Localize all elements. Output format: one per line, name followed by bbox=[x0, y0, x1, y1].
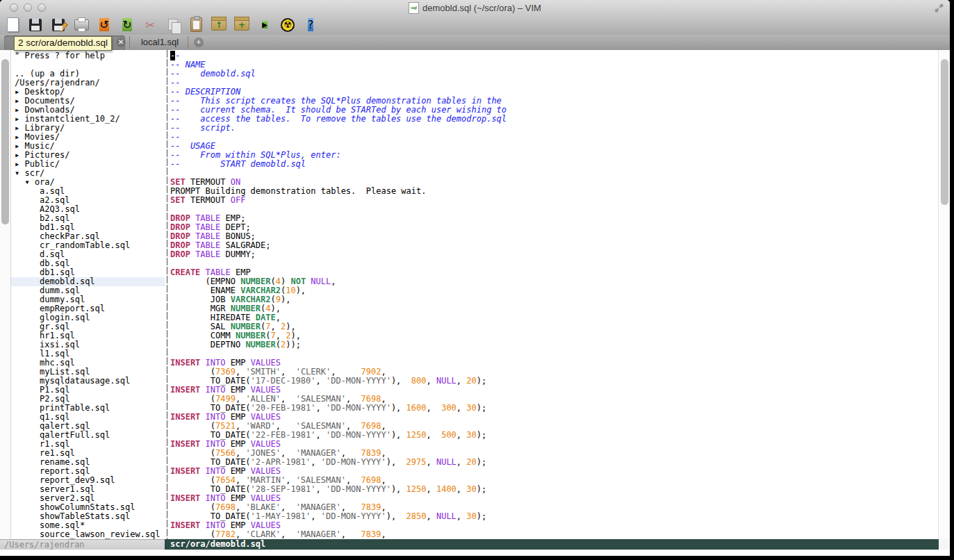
code-line[interactable]: TO_DATE('1-MAY-1981', 'DD-MON-YYYY'), 28… bbox=[170, 512, 939, 521]
save-session-button[interactable]: + bbox=[233, 17, 250, 33]
save-as-button[interactable] bbox=[50, 17, 67, 33]
code-line[interactable]: -- access the tables. To remove the tabl… bbox=[170, 115, 939, 124]
code-segment: -- NAME bbox=[170, 60, 206, 69]
tree-item[interactable]: " Press ? for help bbox=[15, 51, 165, 60]
tree-item[interactable]: source_lawson_review.sql bbox=[15, 530, 165, 539]
title-bar[interactable]: sql demobld.sql (~/scr/ora) – VIM bbox=[0, 0, 950, 15]
code-segment: INTO bbox=[206, 412, 226, 422]
code-line[interactable]: DROP TABLE DEPT; bbox=[170, 223, 939, 232]
code-segment: , bbox=[381, 367, 386, 377]
code-line[interactable]: DROP TABLE SALGRADE; bbox=[170, 241, 939, 250]
code-segment: DATE bbox=[256, 313, 276, 322]
code-line[interactable]: DROP TABLE BONUS; bbox=[170, 232, 939, 241]
cut-button[interactable]: ✂ bbox=[142, 17, 158, 33]
undo-button[interactable]: ↺ bbox=[96, 17, 113, 33]
vim-window: sql demobld.sql (~/scr/ora) – VIM ↺↻✂↑+▶… bbox=[0, 0, 950, 556]
code-segment: DROP bbox=[170, 231, 190, 241]
code-line[interactable] bbox=[170, 349, 939, 359]
code-segment: 7902 bbox=[361, 367, 381, 377]
save-button[interactable] bbox=[27, 17, 44, 33]
code-line[interactable]: -- START demobld.sql bbox=[170, 160, 939, 169]
undo-icon: ↺ bbox=[99, 18, 108, 31]
help-button[interactable]: ? bbox=[302, 17, 319, 33]
command-line[interactable] bbox=[0, 550, 950, 556]
code-segment: VARCHAR2 bbox=[240, 286, 281, 295]
code-segment: TO_DATE( bbox=[170, 457, 251, 467]
nerdtree-pane[interactable]: " Press ? for help.. (up a dir)/Users/ra… bbox=[11, 50, 165, 539]
new-file-button[interactable] bbox=[4, 17, 21, 33]
code-line[interactable]: TO_DATE('22-FEB-1981', 'DD-MON-YYYY'), 1… bbox=[170, 431, 939, 440]
code-segment: INSERT bbox=[170, 385, 200, 395]
load-session-button[interactable]: ↑ bbox=[211, 17, 227, 33]
code-line[interactable]: SET TERMOUT OFF bbox=[170, 196, 939, 205]
code-segment: 'MARTIN' bbox=[245, 475, 286, 485]
code-segment: NUMBER bbox=[231, 322, 261, 331]
tab-local1[interactable]: local1.sql bbox=[133, 37, 186, 47]
code-line[interactable] bbox=[170, 169, 939, 178]
code-segment: 9 bbox=[276, 295, 281, 304]
code-segment: TERMOUT bbox=[186, 177, 231, 187]
code-segment: 2975 bbox=[406, 457, 427, 467]
fullscreen-icon[interactable] bbox=[934, 3, 944, 13]
code-line[interactable]: -- bbox=[170, 133, 939, 142]
code-segment: EMP bbox=[226, 358, 251, 368]
code-segment: 1250 bbox=[406, 484, 427, 494]
editor-scrollbar-thumb[interactable] bbox=[941, 59, 948, 205]
code-segment: , bbox=[341, 448, 361, 458]
editor-scrollbar[interactable] bbox=[938, 50, 950, 539]
make-button[interactable]: ☢ bbox=[279, 17, 296, 33]
print-button[interactable] bbox=[73, 17, 90, 33]
code-line[interactable] bbox=[170, 205, 939, 214]
code-segment: , bbox=[346, 421, 361, 431]
paste-button[interactable] bbox=[188, 17, 204, 33]
code-line[interactable]: -- demobld.sql bbox=[170, 69, 939, 79]
code-segment: 'SALESMAN' bbox=[296, 394, 346, 404]
code-segment: ( bbox=[170, 421, 215, 431]
code-line[interactable]: DROP TABLE EMP; bbox=[170, 214, 939, 223]
code-segment: , bbox=[381, 421, 386, 431]
code-line[interactable]: -- bbox=[170, 51, 939, 60]
code-segment: ); bbox=[477, 403, 486, 413]
code-segment: , bbox=[281, 367, 296, 377]
code-segment: INTO bbox=[206, 439, 226, 449]
code-line[interactable]: PROMPT Building demonstration tables. Pl… bbox=[170, 187, 939, 196]
code-segment: NUMBER bbox=[240, 277, 270, 286]
tree-scrollbar-thumb[interactable] bbox=[1, 59, 9, 224]
code-line[interactable]: JOB VARCHAR2(9), bbox=[170, 295, 939, 304]
code-line[interactable]: (7782, 'CLARK', 'MANAGER', 7839, bbox=[170, 530, 939, 539]
code-segment: 'MANAGER' bbox=[296, 448, 341, 458]
code-segment: 30 bbox=[466, 484, 476, 494]
add-tab-button[interactable]: + bbox=[194, 38, 204, 47]
code-line[interactable]: TO_DATE('17-DEC-1980', 'DD-MON-YYYY'), 8… bbox=[170, 377, 939, 386]
pencil-icon bbox=[58, 22, 68, 32]
code-line[interactable]: DROP TABLE DUMMY; bbox=[170, 250, 939, 259]
code-segment: , bbox=[236, 394, 245, 404]
code-segment: '20-FEB-1981' bbox=[251, 403, 316, 413]
code-segment: BONUS; bbox=[220, 231, 256, 241]
code-line[interactable] bbox=[170, 259, 939, 268]
code-segment: 'BLAKE' bbox=[245, 502, 281, 512]
code-line[interactable]: TO_DATE('2-APR-1981', 'DD-MON-YYYY'), 29… bbox=[170, 458, 939, 467]
editor-pane[interactable]: ---- NAME-- demobld.sql---- DESCRIPTION-… bbox=[170, 50, 939, 539]
tree-scrollbar[interactable] bbox=[0, 50, 11, 539]
code-segment: 10 bbox=[286, 286, 295, 295]
code-segment: INSERT bbox=[170, 358, 200, 368]
code-line[interactable]: -- NAME bbox=[170, 60, 939, 69]
redo-button[interactable]: ↻ bbox=[119, 17, 135, 33]
code-line[interactable]: MGR NUMBER(4), bbox=[170, 304, 939, 313]
new-file-icon bbox=[7, 17, 19, 32]
code-segment: 800 bbox=[411, 376, 427, 386]
vertical-split-separator[interactable] bbox=[165, 50, 170, 539]
code-line[interactable]: TO_DATE('28-SEP-1981', 'DD-MON-YYYY'), 1… bbox=[170, 485, 939, 494]
code-segment: , bbox=[316, 376, 326, 386]
code-line[interactable]: TO_DATE('20-FEB-1981', 'DD-MON-YYYY'), 1… bbox=[170, 404, 939, 413]
copy-button[interactable] bbox=[165, 17, 181, 33]
code-segment: ), bbox=[386, 457, 406, 467]
run-script-button[interactable]: ▶ bbox=[256, 17, 273, 33]
code-segment: NULL bbox=[436, 457, 457, 467]
code-line[interactable]: DEPTNO NUMBER(2)); bbox=[170, 340, 939, 349]
code-segment: VALUES bbox=[251, 358, 281, 368]
code-line[interactable]: -- bbox=[170, 79, 939, 88]
code-line[interactable]: -- script. bbox=[170, 124, 939, 133]
tab-close-icon[interactable]: ✕ bbox=[116, 38, 126, 47]
